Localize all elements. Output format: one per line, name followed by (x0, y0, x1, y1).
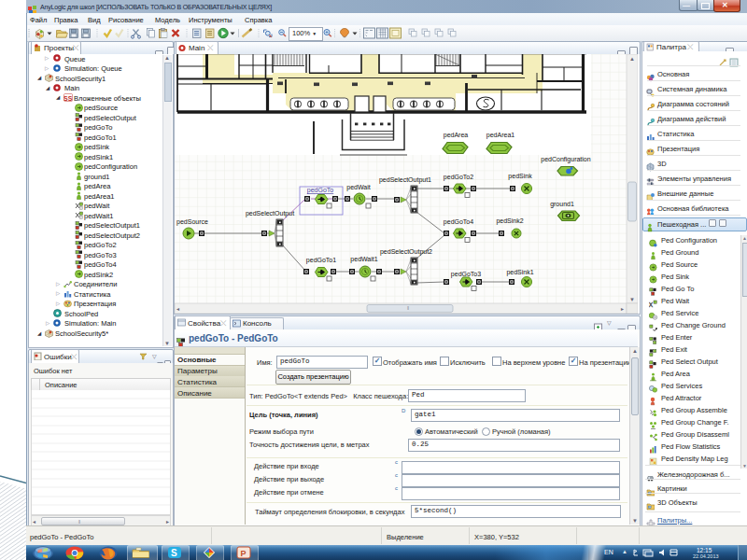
svg-text:pedSelectOutput1: pedSelectOutput1 (379, 176, 431, 184)
svg-text:pedArea: pedArea (444, 132, 469, 139)
svg-text:pedGoTo3: pedGoTo3 (451, 271, 481, 278)
svg-text:pedSource: pedSource (176, 218, 208, 226)
svg-text:pedGoTo4: pedGoTo4 (444, 218, 473, 226)
svg-text:S: S (171, 548, 177, 558)
svg-text:pedSink1: pedSink1 (506, 269, 533, 276)
svg-text:pedWait: pedWait (346, 184, 370, 191)
svg-text:pedSelectOutput2: pedSelectOutput2 (380, 248, 432, 256)
svg-text:pedSelectOutput: pedSelectOutput (246, 210, 294, 217)
svg-text:SS: SS (63, 95, 73, 102)
svg-text:pedWait1: pedWait1 (350, 256, 377, 263)
svg-text:▼: ▼ (629, 297, 635, 302)
svg-text:▸: ▸ (621, 306, 624, 312)
svg-text:pedConfiguration: pedConfiguration (541, 156, 590, 163)
svg-text:pedSink2: pedSink2 (496, 217, 523, 225)
svg-text:▲: ▲ (629, 56, 635, 62)
svg-text:pedGoTo1: pedGoTo1 (306, 257, 336, 264)
svg-text:Ⅹ: Ⅹ (649, 301, 654, 308)
svg-text:pedArea1: pedArea1 (486, 132, 514, 139)
svg-text:‖: ‖ (407, 305, 409, 311)
svg-text:pedGoTo2: pedGoTo2 (444, 174, 473, 181)
svg-text:◂: ◂ (176, 306, 179, 312)
svg-text:ground1: ground1 (550, 201, 574, 208)
svg-text:P: P (241, 549, 247, 558)
svg-text:pedGoTo: pedGoTo (307, 187, 334, 194)
svg-text:pedSink: pedSink (508, 173, 532, 180)
